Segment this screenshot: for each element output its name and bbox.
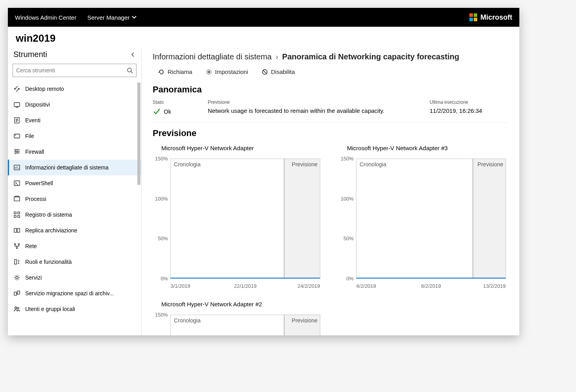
svg-text:100%: 100% [341, 196, 354, 202]
sidebar-item-label: Utenti e gruppi locali [25, 306, 75, 312]
chart-block: Microsoft Hyper-V Network Adapter #2 Cro… [153, 299, 323, 335]
scrollbar[interactable] [137, 81, 140, 335]
breadcrumb: Informazioni dettagliate di sistema › Pa… [153, 50, 508, 67]
svg-text:24/2/2019: 24/2/2019 [297, 283, 320, 289]
collapse-sidebar-icon[interactable] [130, 52, 136, 57]
disable-action[interactable]: Disabilita [262, 68, 295, 75]
firewall-icon [13, 148, 20, 155]
svg-text:4/2/2019: 4/2/2019 [356, 283, 376, 289]
main-content: Informazioni dettagliate di sistema › Pa… [142, 47, 519, 335]
svg-point-0 [127, 68, 131, 72]
server-manager-label: Server Manager [87, 14, 130, 21]
chart: Cronologia Previsione 0%50%100%150%3/1/2… [153, 155, 323, 291]
svg-point-18 [16, 276, 18, 279]
svg-rect-26 [284, 159, 320, 279]
sidebar-item-replica[interactable]: Replica archiviazione [8, 223, 141, 238]
powershell-icon [13, 180, 20, 187]
svg-rect-20 [17, 291, 20, 294]
svg-text:22/1/2019: 22/1/2019 [234, 283, 257, 289]
svg-text:Cronologia: Cronologia [174, 161, 201, 167]
sidebar-item-label: Servizio migrazione spazi di archiv... [25, 290, 114, 296]
chart: Cronologia Previsione 0%50%100%150% [153, 311, 323, 335]
sidebar-item-insights[interactable]: Informazioni dettagliate di sistema [8, 160, 141, 175]
lastrun-value: 11/2/2019, 16:26:34 [430, 107, 482, 114]
state-label: Stato [153, 99, 192, 105]
overview-row: Stato Ok Previsione Network usage is for… [153, 99, 508, 123]
roles-icon [13, 258, 20, 265]
sidebar-item-label: Informazioni dettagliate di sistema [25, 164, 109, 171]
forecast-heading: Previsione [153, 128, 508, 138]
svg-rect-17 [15, 259, 17, 264]
svg-text:Previsione: Previsione [478, 161, 504, 167]
disable-label: Disabilita [271, 68, 295, 75]
sidebar-item-label: Processi [25, 196, 46, 202]
sidebar-item-label: Eventi [25, 117, 41, 123]
svg-rect-7 [14, 197, 20, 201]
breadcrumb-separator-icon: › [275, 52, 278, 61]
migration-icon [13, 290, 20, 297]
server-name: win2019 [8, 27, 519, 47]
sidebar: Strumenti Desktop remotoDispositiviEvent… [8, 47, 142, 335]
invoke-label: Richiama [168, 68, 192, 75]
sidebar-item-users[interactable]: Utenti e gruppi locali [8, 301, 141, 317]
svg-text:Cronologia: Cronologia [174, 317, 201, 324]
microsoft-icon [469, 13, 477, 21]
svg-point-23 [208, 71, 210, 73]
sidebar-item-firewall[interactable]: Firewall [8, 144, 141, 160]
chart-title: Microsoft Hyper-V Network Adapter #3 [347, 145, 508, 151]
svg-rect-11 [18, 215, 20, 217]
breadcrumb-parent[interactable]: Informazioni dettagliate di sistema [153, 52, 271, 61]
sidebar-item-migration[interactable]: Servizio migrazione spazi di archiv... [8, 285, 141, 301]
svg-text:13/2/2019: 13/2/2019 [483, 283, 506, 289]
invoke-action[interactable]: Richiama [158, 68, 192, 75]
sidebar-item-network[interactable]: Rete [8, 238, 141, 254]
sidebar-item-label: Ruoli e funzionalità [25, 259, 72, 265]
svg-text:50%: 50% [343, 236, 354, 241]
sidebar-item-file[interactable]: File [8, 128, 141, 144]
sidebar-item-roles[interactable]: Ruoli e funzionalità [8, 254, 141, 270]
svg-rect-19 [14, 292, 17, 295]
remote-icon [13, 85, 20, 92]
sidebar-item-label: Servizi [25, 274, 42, 281]
insights-icon [13, 164, 20, 171]
users-icon [13, 306, 20, 313]
svg-text:Cronologia: Cronologia [360, 161, 386, 167]
svg-rect-1 [14, 103, 20, 107]
sidebar-item-events[interactable]: Eventi [8, 112, 141, 128]
file-icon [13, 133, 20, 140]
microsoft-text: Microsoft [480, 13, 512, 22]
sidebar-item-device[interactable]: Dispositivi [8, 97, 141, 112]
sidebar-item-label: Rete [25, 243, 37, 249]
chart-title: Microsoft Hyper-V Network Adapter #2 [161, 301, 323, 307]
gear-icon [206, 69, 212, 75]
svg-rect-8 [14, 212, 16, 214]
chart-block: Microsoft Hyper-V Network Adapter Cronol… [153, 143, 323, 292]
sidebar-item-powershell[interactable]: PowerShell [8, 175, 141, 191]
refresh-icon [158, 69, 164, 75]
svg-text:Previsione: Previsione [292, 161, 318, 167]
device-icon [13, 101, 20, 108]
sidebar-item-processes[interactable]: Processi [8, 191, 141, 207]
svg-text:150%: 150% [155, 312, 168, 318]
settings-action[interactable]: Impostazioni [206, 68, 248, 75]
search-box[interactable] [13, 64, 137, 77]
sidebar-item-remote[interactable]: Desktop remoto [8, 81, 141, 97]
chart-title: Microsoft Hyper-V Network Adapter [161, 145, 323, 151]
sidebar-item-label: Dispositivi [25, 101, 50, 108]
sidebar-item-services[interactable]: Servizi [8, 270, 141, 285]
svg-text:Previsione: Previsione [292, 317, 318, 324]
app-brand[interactable]: Windows Admin Center [15, 14, 76, 21]
svg-rect-13 [17, 228, 20, 232]
search-input[interactable] [16, 67, 127, 74]
svg-text:0%: 0% [161, 276, 168, 282]
svg-rect-3 [14, 134, 20, 138]
events-icon [13, 117, 20, 124]
svg-rect-39 [473, 159, 506, 279]
tools-heading: Strumenti [13, 50, 47, 59]
svg-text:3/1/2019: 3/1/2019 [170, 283, 190, 289]
svg-point-4 [15, 135, 16, 136]
sidebar-item-label: File [25, 133, 34, 139]
sidebar-item-registry[interactable]: Registro di sistema [8, 207, 141, 223]
server-manager-menu[interactable]: Server Manager [87, 14, 137, 21]
settings-label: Impostazioni [215, 68, 248, 75]
